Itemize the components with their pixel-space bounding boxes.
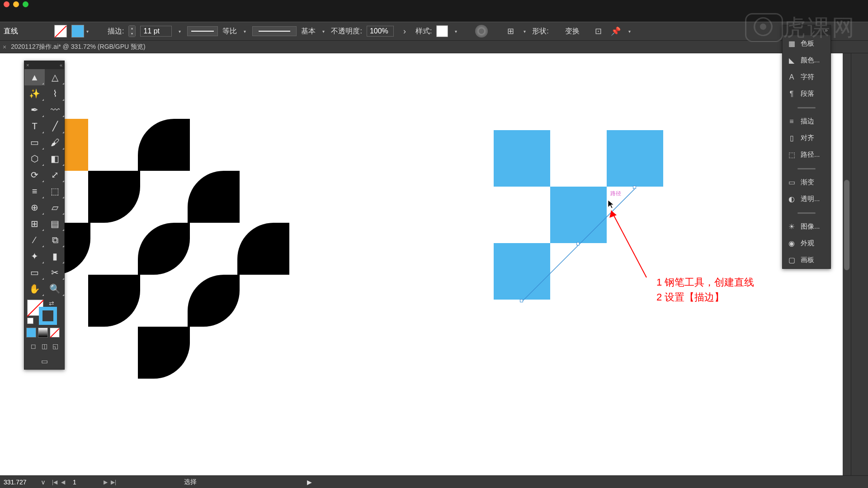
panel-paragraph[interactable]: ¶段落 [783, 85, 830, 102]
swap-fill-stroke-icon[interactable]: ⇄ [49, 300, 54, 307]
free-transform-tool[interactable]: ⬚ [45, 183, 65, 199]
chevron-down-icon[interactable]: ▾ [241, 25, 248, 38]
mac-minimize-button[interactable] [13, 1, 19, 7]
anchor-point[interactable] [633, 186, 636, 189]
width-tool[interactable]: ≡ [24, 183, 45, 199]
gradient-mode-button[interactable] [38, 328, 48, 338]
line-tool[interactable]: ╱ [45, 118, 65, 134]
fill-stroke-control[interactable]: ⇄ [26, 299, 62, 324]
pen-tool[interactable]: ✒ [24, 102, 45, 118]
blue-square[interactable] [550, 187, 607, 243]
stroke-weight-stepper[interactable]: ▴ ▾ [128, 25, 136, 37]
lasso-tool[interactable]: ⌇ [45, 85, 65, 102]
shaper-tool[interactable]: ⬡ [24, 150, 45, 167]
panel-align[interactable]: ▯对齐 [783, 130, 830, 146]
draw-normal-icon[interactable]: ◻ [28, 341, 38, 351]
rectangle-tool[interactable]: ▭ [24, 134, 45, 150]
stroke-weight-input[interactable] [140, 26, 172, 37]
toolbox-close-icon[interactable]: × [26, 62, 29, 68]
stroke-swatch-wrapper[interactable]: ▾ [71, 25, 90, 38]
perspective-tool[interactable]: ▱ [45, 199, 65, 216]
panel-stroke[interactable]: ≡描边 [783, 113, 830, 130]
chevron-down-icon[interactable]: ▾ [521, 25, 528, 38]
document-tab[interactable]: × 20201127操作.ai* @ 331.72% (RGB/GPU 预览) [3, 43, 146, 51]
close-tab-icon[interactable]: × [3, 43, 6, 51]
chevron-down-icon[interactable]: ▾ [627, 25, 633, 38]
panel-character[interactable]: A字符 [783, 69, 830, 85]
toolbox-collapse-icon[interactable]: « [60, 62, 62, 68]
panel-appearance[interactable]: ◉外观 [783, 235, 830, 252]
slice-tool[interactable]: ✂ [45, 264, 65, 281]
isolate-icon[interactable]: ⊡ [592, 25, 605, 38]
zoom-dropdown-icon[interactable]: v [42, 479, 45, 486]
anchor-point[interactable] [520, 299, 523, 302]
anchor-point[interactable] [576, 242, 580, 245]
align-icon[interactable]: ⊞ [504, 25, 517, 38]
mac-maximize-button[interactable] [23, 1, 28, 7]
screen-mode-button[interactable]: ▭ [24, 353, 64, 369]
panel-image-trace[interactable]: ☀图像... [783, 218, 830, 235]
canvas[interactable]: 路径 1 钢笔工具，创建直线 2 设置【描边】 ARTSIGMA D UP [0, 53, 851, 475]
stroke-box[interactable] [39, 307, 57, 325]
scrollbar-thumb[interactable] [844, 180, 849, 270]
panel-gradient[interactable]: ▭渐变 [783, 174, 830, 191]
hand-tool[interactable]: ✋ [24, 281, 45, 297]
chevron-down-icon[interactable]: ▾ [84, 25, 90, 38]
curvature-tool[interactable]: 〰 [45, 102, 65, 118]
selection-tool[interactable]: ▲ [24, 69, 45, 85]
step-down-icon[interactable]: ▾ [129, 31, 135, 37]
opacity-arrow-icon[interactable]: › [398, 25, 411, 38]
panel-artboards[interactable]: ▢画板 [783, 252, 830, 268]
nav-first-icon[interactable]: |◀ [51, 478, 58, 486]
opacity-input[interactable] [367, 26, 394, 37]
recolor-artwork-icon[interactable] [475, 25, 488, 38]
nav-prev-icon[interactable]: ◀ [59, 478, 66, 486]
direct-selection-tool[interactable]: △ [45, 69, 65, 85]
artboard-number-input[interactable] [73, 479, 95, 486]
chevron-down-icon[interactable]: ▾ [453, 25, 459, 38]
nav-last-icon[interactable]: ▶| [110, 478, 117, 486]
mac-close-button[interactable] [4, 1, 9, 7]
stroke-profile-preview[interactable] [187, 26, 218, 36]
annotation-text: 1 钢笔工具，创建直线 2 设置【描边】 [656, 275, 754, 305]
zoom-tool[interactable]: 🔍 [45, 281, 65, 297]
column-graph-tool[interactable]: ▮ [45, 248, 65, 264]
scale-tool[interactable]: ⤢ [45, 167, 65, 183]
shape-builder-tool[interactable]: ⊕ [24, 199, 45, 216]
eraser-tool[interactable]: ◧ [45, 150, 65, 167]
pin-icon[interactable]: 📌 [609, 25, 622, 38]
default-fill-stroke-icon[interactable] [27, 318, 33, 324]
mesh-tool[interactable]: ⊞ [24, 216, 45, 232]
blend-tool[interactable]: ⧉ [45, 232, 65, 248]
gradient-tool[interactable]: ▤ [45, 216, 65, 232]
stroke-swatch[interactable] [71, 25, 84, 38]
panel-transparency[interactable]: ◐透明... [783, 191, 830, 207]
rotate-tool[interactable]: ⟳ [24, 167, 45, 183]
style-swatch[interactable] [436, 25, 448, 37]
fill-swatch[interactable] [54, 25, 67, 38]
blue-square[interactable] [494, 130, 550, 187]
panel-color[interactable]: ◣颜色... [783, 52, 830, 69]
eyedropper-tool[interactable]: ⁄ [24, 232, 45, 248]
blue-square[interactable] [607, 130, 663, 187]
artboard-tool[interactable]: ▭ [24, 264, 45, 281]
zoom-level-input[interactable] [4, 479, 35, 486]
blue-square[interactable] [494, 243, 550, 300]
none-mode-button[interactable] [50, 328, 60, 338]
color-mode-button[interactable] [26, 328, 36, 338]
vertical-scrollbar[interactable] [843, 53, 851, 475]
chevron-down-icon[interactable]: ▾ [320, 25, 326, 38]
step-up-icon[interactable]: ▴ [129, 26, 135, 31]
brush-preview[interactable] [252, 26, 297, 36]
symbol-sprayer-tool[interactable]: ✦ [24, 248, 45, 264]
draw-behind-icon[interactable]: ◫ [39, 341, 49, 351]
panel-pathfinder[interactable]: ⬚路径... [783, 146, 830, 163]
type-tool[interactable]: T [24, 118, 45, 134]
paintbrush-tool[interactable]: 🖌 [45, 134, 65, 150]
chevron-down-icon[interactable]: ▾ [176, 25, 183, 38]
magic-wand-tool[interactable]: ✨ [24, 85, 45, 102]
draw-inside-icon[interactable]: ◱ [50, 341, 60, 351]
scroll-right-icon[interactable]: ▶ [307, 479, 312, 486]
document-tabs: × 20201127操作.ai* @ 331.72% (RGB/GPU 预览) [0, 41, 868, 53]
nav-next-icon[interactable]: ▶ [102, 478, 109, 486]
